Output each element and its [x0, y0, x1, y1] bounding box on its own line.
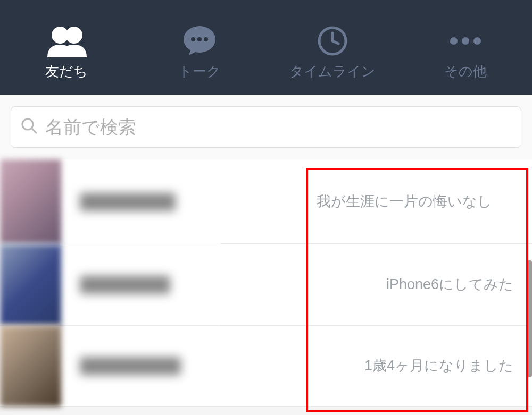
tab-friends[interactable]: 友だち: [19, 25, 114, 81]
svg-point-10: [462, 37, 469, 45]
scrollbar[interactable]: [527, 260, 532, 377]
friends-list: 我が生涯に一片の悔いなし iPhone6にしてみた 1歳4ヶ月になりました: [0, 159, 532, 407]
status-text: 1歳4ヶ月になりました: [364, 355, 513, 376]
search-box[interactable]: [11, 106, 521, 148]
svg-point-9: [450, 37, 458, 45]
friends-icon: [43, 25, 90, 57]
more-icon: [447, 25, 484, 57]
status-bar: [0, 0, 532, 6]
status-area: iPhone6にしてみた: [317, 244, 513, 325]
search-icon: [21, 117, 38, 137]
row-divider: [221, 325, 532, 325]
friend-row[interactable]: 1歳4ヶ月になりました: [0, 326, 532, 407]
status-area: 我が生涯に一片の悔いなし: [317, 159, 513, 244]
svg-point-1: [65, 27, 82, 44]
talk-icon: [182, 25, 217, 57]
friend-name-blurred: [80, 193, 176, 211]
svg-line-8: [332, 41, 338, 44]
svg-point-11: [473, 37, 481, 45]
friend-row[interactable]: 我が生涯に一片の悔いなし: [0, 159, 532, 244]
tab-timeline-label: タイムライン: [289, 62, 376, 81]
avatar: [0, 159, 61, 244]
avatar: [0, 326, 61, 406]
svg-point-4: [197, 37, 202, 41]
svg-point-3: [191, 37, 195, 41]
friend-row[interactable]: iPhone6にしてみた: [0, 244, 532, 326]
tab-timeline[interactable]: タイムライン: [285, 25, 380, 81]
friend-name-blurred: [80, 357, 181, 375]
tab-other-label: その他: [444, 62, 487, 81]
status-text: iPhone6にしてみた: [386, 274, 513, 295]
tab-talk-label: トーク: [178, 62, 221, 81]
nav-tabs: 友だち トーク タイムライン: [0, 0, 532, 95]
search-container: [0, 95, 532, 159]
avatar: [0, 244, 61, 325]
tab-friends-label: 友だち: [45, 62, 88, 81]
status-area: 1歳4ヶ月になりました: [317, 326, 513, 406]
svg-line-13: [32, 129, 36, 133]
search-input[interactable]: [45, 117, 511, 138]
clock-icon: [317, 25, 348, 57]
svg-point-5: [204, 37, 208, 41]
friend-name-blurred: [80, 276, 170, 294]
tab-talk[interactable]: トーク: [152, 25, 247, 81]
row-divider: [221, 243, 532, 244]
tab-other[interactable]: その他: [418, 25, 513, 81]
status-text: 我が生涯に一片の悔いなし: [317, 191, 513, 212]
